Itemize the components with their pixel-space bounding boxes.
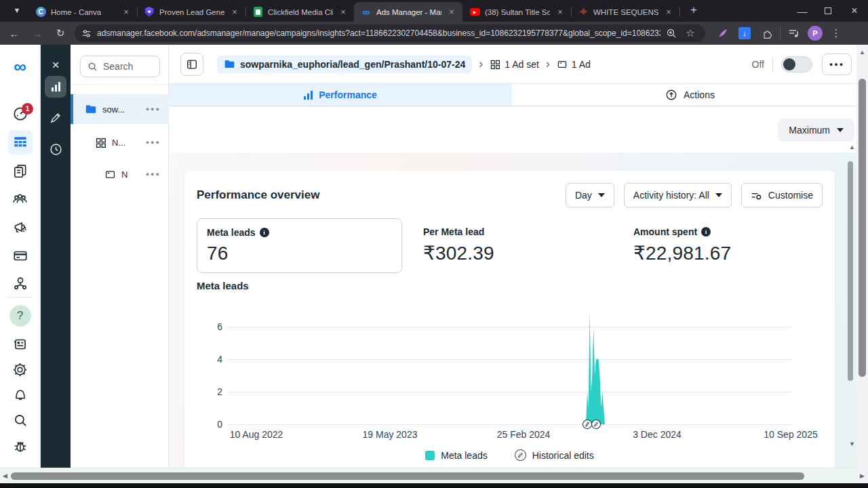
browser-tab-white-sequens[interactable]: WHITE SEQUENS CUTDAN × (571, 2, 679, 22)
scroll-up-icon[interactable]: ▲ (849, 144, 855, 150)
tab-close-icon[interactable]: × (338, 7, 349, 18)
tab-close-icon[interactable]: × (555, 7, 566, 18)
scroll-up-icon[interactable]: ▲ (859, 49, 865, 56)
window-maximize-button[interactable] (815, 2, 841, 20)
campaign-active-toggle[interactable] (781, 56, 812, 73)
customise-button[interactable]: Customise (741, 183, 823, 207)
more-options-button[interactable]: ●●● (822, 54, 852, 75)
breadcrumb-campaign-chip[interactable]: sowparnika_euphoria/lead_gen/Prashant/10… (217, 56, 472, 73)
grammarly-extension-icon[interactable] (715, 25, 731, 41)
adset-grid-icon (490, 59, 500, 70)
help-icon[interactable]: ? (8, 304, 33, 328)
metric-amount-spent[interactable]: Amount spenti ₹22,981.67 (624, 218, 823, 273)
campaigns-icon[interactable] (8, 130, 33, 155)
tab-actions[interactable]: Actions (512, 84, 868, 106)
browser-vertical-scrollbar[interactable]: ▲ (856, 45, 868, 483)
address-bar[interactable]: adsmanager.facebook.com/adsmanager/manag… (75, 24, 705, 42)
notifications-bell-icon[interactable] (8, 382, 33, 407)
billing-card-icon[interactable] (8, 243, 33, 268)
metric-meta-leads[interactable]: Meta leadsi 76 (197, 218, 402, 273)
tab-search-chevron-icon[interactable]: ▼ (8, 1, 26, 19)
legend-meta-leads[interactable]: Meta leads (425, 450, 487, 461)
audiences-icon[interactable] (8, 186, 33, 211)
tab-close-icon[interactable]: × (446, 7, 457, 18)
content-vertical-scrollbar[interactable]: ▲ ▼ (846, 144, 854, 449)
scrollbar-thumb[interactable] (11, 472, 804, 480)
close-insights-icon[interactable]: × (45, 54, 66, 76)
history-clock-icon[interactable] (45, 138, 66, 160)
browser-tab-ads-manager[interactable]: ∞ Ads Manager - Manage ad × (354, 2, 462, 22)
tree-item-ad[interactable]: N ●●● (71, 159, 169, 189)
charts-tab-icon[interactable] (45, 76, 66, 98)
tree-item-menu-icon[interactable]: ●●● (146, 171, 161, 178)
extensions-puzzle-icon[interactable] (758, 25, 774, 41)
reload-button[interactable]: ↻ (52, 24, 69, 42)
window-minimize-button[interactable]: — (789, 2, 815, 20)
tab-close-icon[interactable]: × (121, 7, 132, 18)
edit-pencil-icon[interactable] (45, 107, 66, 129)
tab-performance[interactable]: Performance (169, 84, 512, 106)
main-header: sowparnika_euphoria/lead_gen/Prashant/10… (169, 45, 868, 84)
search-rail-icon[interactable] (8, 408, 33, 432)
horizontal-scrollbar-track[interactable]: ◀ ▶ (0, 468, 856, 483)
ads-reporting-icon[interactable] (8, 159, 33, 183)
business-structure-icon[interactable] (8, 271, 33, 296)
legend-historical-edits[interactable]: Historical edits (515, 449, 594, 461)
y-tick: 4 (197, 352, 222, 366)
scroll-left-icon[interactable]: ◀ (3, 472, 7, 479)
notification-badge: 1 (22, 103, 33, 115)
tab-close-icon[interactable]: × (229, 7, 240, 18)
browser-tab-youtube[interactable]: ▶ (38) Sultan Title Song | Sal × (462, 2, 571, 22)
scroll-down-icon[interactable]: ▼ (849, 441, 855, 447)
info-icon[interactable]: i (701, 227, 711, 237)
meta-logo[interactable]: ∞ (8, 54, 33, 79)
chart-subbar: Maximum (169, 106, 868, 152)
search-input[interactable] (103, 61, 151, 72)
whats-new-icon[interactable] (8, 332, 33, 357)
rail-divider (8, 297, 33, 298)
browser-tab-canva[interactable]: C Home - Canva × (28, 2, 137, 22)
site-settings-icon[interactable] (81, 28, 92, 39)
tab-close-icon[interactable]: × (663, 7, 674, 18)
advertising-megaphone-icon[interactable] (8, 215, 33, 239)
tree-item-menu-icon[interactable]: ●●● (146, 106, 161, 113)
day-breakdown-dropdown[interactable]: Day (566, 183, 614, 207)
new-tab-button[interactable]: + (685, 1, 703, 19)
toggle-sidebar-button[interactable] (180, 53, 203, 76)
scroll-right-icon[interactable]: ▶ (860, 472, 865, 479)
chart-title: Meta leads (197, 280, 823, 293)
bookmark-star-icon[interactable]: ☆ (682, 25, 698, 41)
scrollbar-thumb[interactable] (848, 161, 853, 381)
metric-per-meta-lead[interactable]: Per Meta lead ₹302.39 (414, 218, 624, 273)
breadcrumb-ad[interactable]: 1 Ad (557, 59, 591, 70)
media-controls-icon[interactable] (786, 25, 802, 41)
browser-menu-icon[interactable]: ⋮ (828, 25, 844, 41)
download-extension-icon[interactable]: ↓ (736, 25, 753, 41)
toggle-knob (783, 58, 795, 70)
settings-gear-icon[interactable] (8, 357, 33, 382)
browser-tab-clickfield-sheet[interactable]: Clickfield Media Clients - G × (245, 2, 354, 22)
chevron-down-icon (598, 193, 605, 197)
back-button[interactable]: ← (5, 24, 23, 42)
customise-sliders-icon (751, 190, 762, 201)
maximum-dropdown[interactable]: Maximum (778, 119, 854, 142)
actions-arrow-icon (665, 89, 677, 101)
info-icon[interactable]: i (260, 228, 269, 237)
window-close-button[interactable]: × (841, 2, 868, 20)
report-bug-icon[interactable] (8, 434, 33, 458)
breadcrumb-adset[interactable]: 1 Ad set (490, 59, 539, 70)
tree-item-menu-icon[interactable]: ●●● (146, 139, 161, 146)
profile-avatar[interactable]: P (808, 26, 823, 41)
activity-history-dropdown[interactable]: Activity history: All (624, 183, 732, 207)
forward-button[interactable]: → (28, 24, 46, 42)
youtube-favicon: ▶ (469, 7, 480, 18)
legend-swatch (425, 451, 435, 460)
browser-tab-proven-lead[interactable]: ♥ Proven Lead Generation St × (137, 2, 245, 22)
tree-search[interactable] (80, 56, 160, 77)
scrollbar-thumb[interactable] (859, 79, 866, 377)
breadcrumb-chevron-icon: › (546, 57, 550, 71)
tree-item-adset[interactable]: N... ●●● (71, 127, 169, 157)
tree-item-campaign[interactable]: sow... ●●● (71, 94, 169, 124)
tab-strip: ▼ C Home - Canva × ♥ Proven Lead Generat… (0, 0, 868, 22)
zoom-page-icon[interactable] (666, 28, 677, 39)
